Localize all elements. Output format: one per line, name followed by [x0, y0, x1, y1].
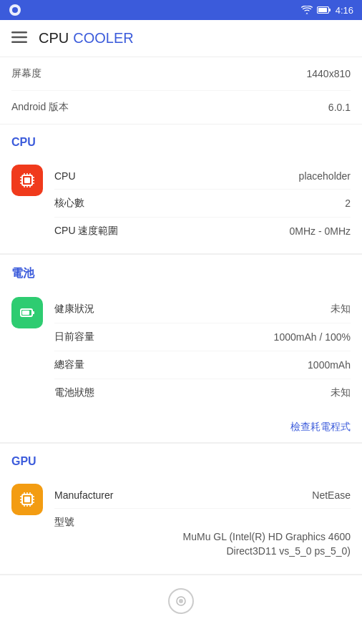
cpu-section-body: CPU placeholder 核心數 2 CPU 速度範圍 0MHz - 0M… — [0, 155, 362, 253]
cpu-speed-value: 0MHz - 0MHz — [289, 225, 351, 237]
gpu-section-title: GPU — [11, 455, 36, 467]
battery-icon — [317, 6, 331, 14]
cpu-name-value: placeholder — [299, 170, 351, 182]
svg-rect-9 — [24, 177, 30, 183]
battery-section-body: 健康狀況 未知 日前容量 1000mAh / 100% 總容量 1000mAh … — [0, 287, 362, 415]
gpu-manufacturer-row: Manufacturer NetEase — [54, 482, 351, 509]
cpu-icon-row: CPU placeholder 核心數 2 CPU 速度範圍 0MHz - 0M… — [11, 163, 351, 245]
battery-total-label: 總容量 — [54, 358, 84, 371]
battery-total-row: 總容量 1000mAh — [54, 351, 351, 379]
app-status-icon — [9, 4, 21, 16]
menu-button[interactable] — [11, 31, 27, 45]
status-bar-right: 4:16 — [301, 5, 353, 16]
battery-current-value: 1000mAh / 100% — [274, 331, 351, 343]
gpu-icon — [11, 484, 43, 515]
android-version-row: Android 版本 6.0.1 — [11, 91, 351, 124]
cpu-section-title: CPU — [11, 136, 36, 148]
cpu-name-row: CPU placeholder — [54, 163, 351, 190]
gpu-icon-row: Manufacturer NetEase 型號 MuMu GL (Intel(R… — [11, 482, 351, 565]
battery-health-label: 健康狀況 — [54, 303, 94, 316]
svg-rect-6 — [11, 36, 27, 39]
gpu-model-value: MuMu GL (Intel(R) HD Graphics 4600Direct… — [183, 530, 351, 558]
gpu-model-label: 型號 — [54, 516, 74, 529]
screen-resolution-row: 屏幕度 1440x810 — [11, 57, 351, 91]
gpu-model-row: 型號 MuMu GL (Intel(R) HD Graphics 4600Dir… — [54, 509, 351, 565]
cpu-rows: CPU placeholder 核心數 2 CPU 速度範圍 0MHz - 0M… — [54, 163, 351, 245]
top-info-section: 屏幕度 1440x810 Android 版本 6.0.1 — [0, 57, 362, 125]
battery-status-label: 電池狀態 — [54, 386, 94, 399]
battery-current-row: 日前容量 1000mAh / 100% — [54, 323, 351, 351]
status-bar: 4:16 — [0, 0, 362, 20]
svg-rect-26 — [24, 497, 30, 502]
battery-section-title: 電池 — [11, 267, 34, 279]
svg-rect-24 — [22, 311, 29, 315]
gpu-section-body: Manufacturer NetEase 型號 MuMu GL (Intel(R… — [0, 474, 362, 574]
title-cooler: COOLER — [73, 30, 133, 47]
gpu-rows: Manufacturer NetEase 型號 MuMu GL (Intel(R… — [54, 482, 351, 565]
cpu-cores-row: 核心數 2 — [54, 190, 351, 218]
battery-section-header: 電池 — [0, 255, 362, 287]
battery-link[interactable]: 檢查耗電程式 — [290, 421, 351, 434]
battery-icon-row: 健康狀況 未知 日前容量 1000mAh / 100% 總容量 1000mAh … — [11, 296, 351, 406]
battery-status-value: 未知 — [331, 386, 351, 399]
battery-section: 電池 健康狀況 未知 日前容量 — [0, 255, 362, 444]
cpu-speed-label: CPU 速度範圍 — [54, 225, 118, 238]
app-bar: CPU COOLER — [0, 20, 362, 57]
battery-health-row: 健康狀況 未知 — [54, 296, 351, 323]
status-bar-left — [9, 4, 21, 16]
svg-point-40 — [179, 599, 183, 603]
android-version-label: Android 版本 — [11, 101, 69, 114]
android-version-value: 6.0.1 — [328, 102, 351, 113]
battery-link-row: 檢查耗電程式 — [0, 415, 362, 442]
svg-rect-23 — [32, 311, 34, 314]
cpu-name-label: CPU — [54, 170, 76, 182]
battery-status-row: 電池狀態 未知 — [54, 379, 351, 406]
bottom-nav — [0, 575, 362, 621]
battery-rows: 健康狀況 未知 日前容量 1000mAh / 100% 總容量 1000mAh … — [54, 296, 351, 406]
battery-current-label: 日前容量 — [54, 331, 94, 343]
app-title: CPU COOLER — [39, 30, 134, 47]
svg-point-1 — [12, 7, 18, 13]
screen-resolution-value: 1440x810 — [306, 68, 351, 79]
content: 屏幕度 1440x810 Android 版本 6.0.1 CPU — [0, 57, 362, 621]
gpu-manufacturer-value: NetEase — [312, 489, 351, 501]
gpu-section: GPU — [0, 444, 362, 575]
gpu-manufacturer-label: Manufacturer — [54, 489, 113, 501]
battery-health-value: 未知 — [331, 303, 351, 316]
battery-total-value: 1000mAh — [308, 359, 351, 371]
svg-rect-3 — [328, 9, 331, 11]
screen-resolution-label: 屏幕度 — [11, 67, 41, 80]
title-cpu: CPU — [39, 30, 69, 47]
gpu-section-header: GPU — [0, 444, 362, 474]
svg-rect-4 — [318, 8, 327, 12]
cpu-cores-label: 核心數 — [54, 197, 84, 210]
clock: 4:16 — [336, 5, 353, 16]
cpu-icon — [11, 165, 43, 196]
cpu-speed-row: CPU 速度範圍 0MHz - 0MHz — [54, 218, 351, 245]
home-button[interactable] — [168, 588, 194, 614]
battery-icon-box — [11, 297, 43, 328]
svg-rect-7 — [11, 42, 27, 44]
cpu-section-header: CPU — [0, 125, 362, 155]
svg-rect-5 — [11, 31, 27, 34]
cpu-cores-value: 2 — [345, 197, 351, 209]
cpu-section: CPU — [0, 125, 362, 255]
wifi-icon — [301, 6, 313, 14]
